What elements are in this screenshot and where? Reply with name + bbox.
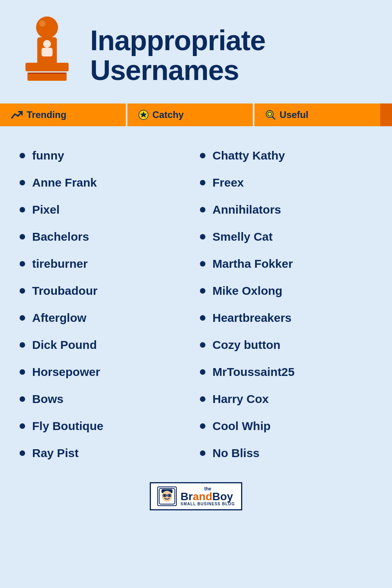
- footer: the BrandBoy SMALL BUSINESS BLOG: [0, 474, 392, 522]
- list-item: Bachelors: [20, 223, 192, 250]
- bullet-icon: [20, 369, 25, 375]
- list-item: tireburner: [20, 250, 192, 277]
- list-item: No Bliss: [200, 439, 372, 466]
- star-icon: [138, 110, 149, 120]
- list-item: Fly Boutique: [20, 412, 192, 439]
- logo-text: the BrandBoy SMALL BUSINESS BLOG: [181, 486, 235, 506]
- bullet-icon: [200, 369, 205, 375]
- bullet-icon: [200, 261, 205, 267]
- list-item: Troubadour: [20, 277, 192, 304]
- bullet-icon: [200, 234, 205, 240]
- list-item: funny: [20, 142, 192, 169]
- tab-accent: [380, 103, 392, 126]
- brandboy-logo: the BrandBoy SMALL BUSINESS BLOG: [150, 482, 243, 510]
- list-item: Bows: [20, 385, 192, 412]
- list-item: Afterglow: [20, 304, 192, 331]
- tab-useful-label: Useful: [279, 109, 308, 120]
- list-item: Annihilators: [200, 196, 372, 223]
- list-item: Mike Oxlong: [200, 277, 372, 304]
- bullet-icon: [200, 153, 205, 158]
- left-column: funny Anne Frank Pixel Bachelors tirebur…: [20, 142, 192, 466]
- bullet-icon: [20, 315, 25, 321]
- svg-rect-6: [42, 48, 53, 56]
- list-item: Chatty Kathy: [200, 142, 372, 169]
- header: Inappropriate Usernames: [0, 0, 392, 103]
- list-item: Heartbreakers: [200, 304, 372, 331]
- search-icon: [265, 110, 276, 120]
- list-item: Cool Whip: [200, 412, 372, 439]
- bullet-icon: [20, 288, 25, 294]
- svg-point-17: [168, 495, 170, 497]
- list-item: Anne Frank: [20, 169, 192, 196]
- bullet-icon: [20, 180, 25, 185]
- bullet-icon: [200, 450, 205, 456]
- tab-catchy[interactable]: Catchy: [127, 103, 253, 126]
- bullet-icon: [20, 153, 25, 158]
- list-item: Ray Pist: [20, 439, 192, 466]
- bullet-icon: [200, 342, 205, 348]
- logo-face-icon: [157, 486, 177, 506]
- bullet-icon: [20, 396, 25, 402]
- tab-catchy-label: Catchy: [152, 109, 184, 120]
- list-item: MrToussaint25: [200, 358, 372, 385]
- svg-point-0: [36, 16, 58, 38]
- list-item: Cozy button: [200, 331, 372, 358]
- svg-rect-2: [25, 63, 69, 71]
- list-item: Smelly Cat: [200, 223, 372, 250]
- bullet-icon: [200, 288, 205, 294]
- svg-point-4: [39, 20, 45, 27]
- username-list: funny Anne Frank Pixel Bachelors tirebur…: [0, 130, 392, 474]
- list-item: Martha Fokker: [200, 250, 372, 277]
- bullet-icon: [20, 450, 25, 456]
- bullet-icon: [200, 207, 205, 212]
- bullet-icon: [200, 396, 205, 402]
- page-title: Inappropriate Usernames: [90, 26, 265, 85]
- trending-icon: [11, 110, 23, 120]
- bullet-icon: [20, 423, 25, 429]
- right-column: Chatty Kathy Freex Annihilators Smelly C…: [200, 142, 372, 466]
- list-item: Pixel: [20, 196, 192, 223]
- svg-rect-3: [27, 74, 67, 81]
- list-item: Horsepower: [20, 358, 192, 385]
- svg-point-16: [163, 495, 165, 497]
- tab-trending-label: Trending: [27, 109, 66, 120]
- svg-rect-7: [27, 73, 67, 74]
- tab-bar: Trending Catchy Useful: [0, 103, 392, 126]
- bullet-icon: [200, 180, 205, 185]
- svg-line-12: [272, 117, 275, 119]
- svg-point-5: [43, 40, 51, 48]
- bullet-icon: [20, 234, 25, 240]
- bullet-icon: [20, 261, 25, 267]
- list-item: Dick Pound: [20, 331, 192, 358]
- stamp-icon: [16, 16, 78, 96]
- tab-useful[interactable]: Useful: [254, 103, 380, 126]
- bullet-icon: [200, 315, 205, 321]
- tab-trending[interactable]: Trending: [0, 103, 126, 126]
- bullet-icon: [20, 207, 25, 212]
- list-item: Freex: [200, 169, 372, 196]
- list-item: Harry Cox: [200, 385, 372, 412]
- bullet-icon: [20, 342, 25, 348]
- bullet-icon: [200, 423, 205, 429]
